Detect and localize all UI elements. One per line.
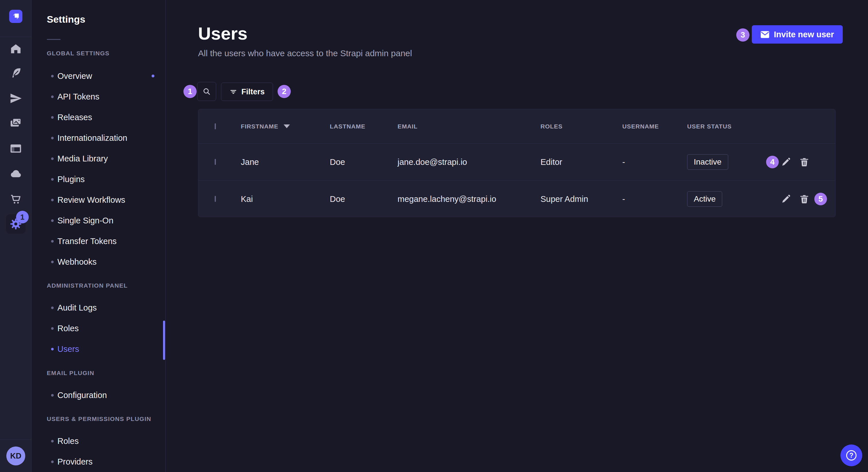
bullet-icon xyxy=(51,307,54,309)
sidebar-item-webhooks[interactable]: Webhooks xyxy=(32,251,165,272)
media-library-icon[interactable] xyxy=(9,116,23,130)
bullet-icon xyxy=(51,158,54,160)
title-divider xyxy=(47,39,61,40)
filter-icon xyxy=(229,88,237,96)
sidebar-item-up-roles[interactable]: Roles xyxy=(32,431,165,451)
annotation-badge-4: 4 xyxy=(766,156,779,168)
nav-rail: 1 KD xyxy=(0,0,32,472)
cell-username: - xyxy=(622,194,687,204)
sidebar-item-transfer-tokens[interactable]: Transfer Tokens xyxy=(32,231,165,251)
sidebar-item-media-library[interactable]: Media Library xyxy=(32,148,165,169)
paper-plane-icon[interactable] xyxy=(9,92,23,105)
invite-button-label: Invite new user xyxy=(774,30,834,39)
layout-icon[interactable] xyxy=(9,142,23,156)
select-row-checkbox[interactable] xyxy=(215,159,216,165)
home-icon[interactable] xyxy=(9,42,23,56)
edit-user-button[interactable] xyxy=(780,193,792,205)
user-avatar[interactable]: KD xyxy=(6,446,25,465)
column-header-roles: ROLES xyxy=(540,123,622,130)
sidebar-item-configuration[interactable]: Configuration xyxy=(32,385,165,405)
help-button[interactable]: ? xyxy=(840,444,862,466)
cell-firstname: Kai xyxy=(241,194,330,204)
cell-roles: Editor xyxy=(540,158,622,167)
cell-lastname: Doe xyxy=(330,194,398,204)
sidebar-item-users-active[interactable]: Users xyxy=(32,339,165,359)
bullet-icon xyxy=(51,394,54,397)
cart-icon[interactable] xyxy=(9,193,23,206)
sort-descending-icon xyxy=(284,125,290,128)
bullet-icon xyxy=(51,240,54,243)
sidebar-item-releases[interactable]: Releases xyxy=(32,107,165,128)
bullet-icon xyxy=(51,440,54,442)
annotation-badge-5: 5 xyxy=(814,193,827,205)
bullet-icon xyxy=(51,261,54,263)
cell-username: - xyxy=(622,158,687,167)
bullet-icon xyxy=(51,348,54,350)
edit-user-button[interactable] xyxy=(780,156,792,168)
main-content: Users All the users who have access to t… xyxy=(166,0,868,472)
delete-user-button[interactable] xyxy=(799,156,810,168)
sidebar-item-audit-logs[interactable]: Audit Logs xyxy=(32,297,165,318)
page-title: Users xyxy=(198,24,247,43)
column-header-firstname[interactable]: FIRSTNAME xyxy=(241,123,330,130)
search-icon xyxy=(202,87,211,96)
section-label-users-permissions-plugin: USERS & PERMISSIONS PLUGIN xyxy=(47,415,165,423)
table-row-jane: Jane Doe jane.doe@strapi.io Editor - Ina… xyxy=(198,143,835,180)
sidebar-item-overview[interactable]: Overview xyxy=(32,66,165,86)
question-mark-icon: ? xyxy=(846,450,857,461)
table-header-row: FIRSTNAME LASTNAME EMAIL ROLES USERNAME … xyxy=(198,109,835,143)
bullet-icon xyxy=(51,220,54,222)
filters-button[interactable]: Filters xyxy=(221,82,273,101)
section-label-global-settings: GLOBAL SETTINGS xyxy=(47,49,165,57)
annotation-badge-1: 1 xyxy=(183,85,197,98)
filters-button-label: Filters xyxy=(241,88,265,96)
column-header-email: EMAIL xyxy=(398,123,540,130)
status-badge: Inactive xyxy=(687,154,728,170)
annotation-badge-3: 3 xyxy=(736,28,749,42)
column-header-user-status: USER STATUS xyxy=(687,123,770,130)
search-button[interactable] xyxy=(197,82,216,101)
cloud-icon[interactable] xyxy=(9,167,23,181)
sidebar-title: Settings xyxy=(32,0,165,25)
column-header-lastname: LASTNAME xyxy=(330,123,398,130)
delete-user-button[interactable] xyxy=(799,193,810,205)
bullet-icon xyxy=(51,116,54,119)
strapi-admin-app: 1 KD Settings GLOBAL SETTINGS Overview A… xyxy=(0,0,868,472)
sidebar-item-plugins[interactable]: Plugins xyxy=(32,169,165,190)
sidebar-item-review-workflows[interactable]: Review Workflows xyxy=(32,190,165,210)
invite-new-user-button[interactable]: Invite new user xyxy=(752,25,843,43)
cell-lastname: Doe xyxy=(330,158,398,167)
rail-divider xyxy=(0,440,32,440)
bullet-icon xyxy=(51,461,54,463)
bullet-icon xyxy=(51,199,54,201)
cell-roles: Super Admin xyxy=(540,194,622,204)
sidebar-item-api-tokens[interactable]: API Tokens xyxy=(32,86,165,107)
feather-icon[interactable] xyxy=(9,66,23,80)
select-all-checkbox[interactable] xyxy=(215,123,216,129)
sidebar-scrollbar-thumb[interactable] xyxy=(163,321,165,360)
sidebar-item-internationalization[interactable]: Internationalization xyxy=(32,128,165,148)
column-header-username: USERNAME xyxy=(622,123,687,130)
table-row-kai: Kai Doe megane.lacheny@strapi.io Super A… xyxy=(198,180,835,217)
sidebar-item-admin-roles[interactable]: Roles xyxy=(32,318,165,339)
bullet-icon xyxy=(51,75,54,77)
bullet-icon xyxy=(51,96,54,98)
section-label-email-plugin: EMAIL PLUGIN xyxy=(47,369,165,377)
section-label-administration-panel: ADMINISTRATION PANEL xyxy=(47,282,165,289)
overview-notification-dot xyxy=(152,74,154,77)
settings-sidebar: Settings GLOBAL SETTINGS Overview API To… xyxy=(32,0,166,472)
strapi-logo-icon[interactable] xyxy=(9,10,22,23)
cell-firstname: Jane xyxy=(241,158,330,167)
settings-notification-badge: 1 xyxy=(16,211,29,224)
bullet-icon xyxy=(51,178,54,181)
annotation-badge-2: 2 xyxy=(278,85,291,98)
users-table: FIRSTNAME LASTNAME EMAIL ROLES USERNAME … xyxy=(198,109,836,217)
bullet-icon xyxy=(51,327,54,330)
envelope-icon xyxy=(761,31,770,38)
bullet-icon xyxy=(51,137,54,139)
sidebar-item-single-sign-on[interactable]: Single Sign-On xyxy=(32,210,165,231)
workspace-block xyxy=(0,0,32,37)
select-row-checkbox[interactable] xyxy=(215,196,216,202)
cell-email: jane.doe@strapi.io xyxy=(398,158,540,167)
sidebar-item-providers[interactable]: Providers xyxy=(32,451,165,472)
